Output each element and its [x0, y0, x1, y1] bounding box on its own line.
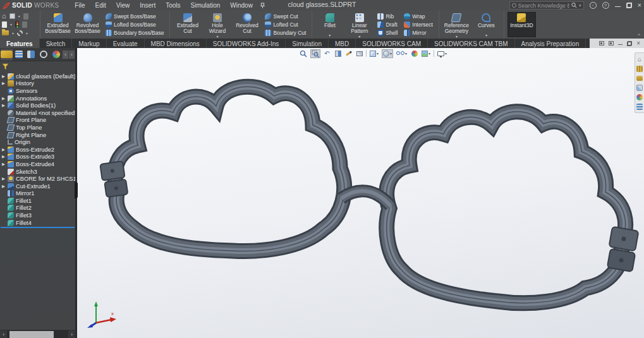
ribbon-tab[interactable]: SOLIDWORKS CAM TBM: [428, 39, 515, 48]
displaymanager-icon[interactable]: [50, 49, 62, 61]
tile-icon[interactable]: [609, 41, 614, 45]
apply-scene-icon[interactable]: ▾: [421, 49, 431, 58]
revolved-cut-button[interactable]: Revolved Cut: [233, 12, 261, 37]
design-library-icon[interactable]: [636, 65, 643, 72]
ribbon-tab[interactable]: MBD Dimensions: [145, 39, 207, 48]
view-settings-icon[interactable]: ▾: [437, 49, 447, 58]
ribbon-tab[interactable]: Simulation: [286, 39, 329, 48]
minimize-icon[interactable]: [615, 3, 621, 8]
menu-item[interactable]: Simulation: [186, 1, 225, 9]
ribbon-tab[interactable]: Sketch: [40, 39, 73, 48]
minimize-icon[interactable]: [618, 42, 623, 45]
scroll-left-icon[interactable]: ‹: [63, 51, 68, 59]
propertymanager-icon[interactable]: [13, 49, 25, 61]
edit-appearance-icon[interactable]: [410, 49, 418, 58]
zoom-to-area-icon[interactable]: [310, 49, 320, 58]
hide-show-items-icon[interactable]: ▾: [396, 49, 408, 58]
pin-icon[interactable]: [260, 3, 265, 9]
close-icon[interactable]: ×: [638, 3, 641, 8]
rebuild-icon[interactable]: [15, 21, 19, 28]
dynamic-annotation-icon[interactable]: [344, 49, 353, 58]
tree-item[interactable]: ▶ Mirror1: [0, 190, 75, 198]
scrollbar-thumb[interactable]: [9, 331, 54, 338]
expand-icon[interactable]: ▶: [2, 154, 6, 159]
options-icon[interactable]: [17, 30, 23, 36]
solidworks-resources-icon[interactable]: ⌂: [636, 56, 643, 63]
menu-item[interactable]: File: [70, 1, 89, 9]
scroll-left-icon[interactable]: ‹: [0, 332, 7, 337]
menu-item[interactable]: View: [112, 1, 135, 9]
menu-item[interactable]: Window: [226, 1, 257, 9]
tree-item[interactable]: ▶ Material <not specified>: [0, 109, 75, 117]
home-icon[interactable]: ⌂: [2, 13, 6, 20]
swept-cut-button[interactable]: Swept Cut: [264, 13, 307, 20]
ribbon-tab[interactable]: SOLIDWORKS CAM: [356, 39, 428, 48]
panel-splitter[interactable]: [75, 48, 77, 338]
ribbon-tab[interactable]: Features: [0, 39, 40, 48]
instant3d-button[interactable]: Instant3D: [507, 12, 536, 37]
chevron-down-icon[interactable]: ▾: [579, 3, 581, 8]
boundary-cut-button[interactable]: Boundary Cut: [264, 29, 307, 37]
tree-item[interactable]: ▶ Origin: [0, 138, 75, 146]
chevron-down-icon[interactable]: ▾: [216, 34, 218, 39]
save-icon[interactable]: [9, 13, 15, 19]
tree-item[interactable]: ▶ Fillet2: [0, 205, 75, 212]
expand-icon[interactable]: ▶: [2, 162, 6, 167]
chevron-down-icon[interactable]: ▾: [12, 31, 14, 35]
expand-icon[interactable]: ▶: [2, 184, 6, 189]
boundary-boss-base-button[interactable]: Boundary Boss/Base: [104, 29, 165, 37]
shell-button[interactable]: Shell: [376, 29, 399, 37]
tree-item[interactable]: ▶ Boss-Extrude2: [0, 146, 75, 154]
ribbon-tab[interactable]: Evaluate: [107, 39, 145, 48]
tree-item[interactable]: ▶ Top Plane: [0, 124, 75, 131]
tree-item[interactable]: ▶ Fillet1: [0, 197, 75, 205]
chevron-down-icon[interactable]: ▾: [485, 33, 487, 37]
expand-icon[interactable]: ▶: [2, 81, 6, 86]
ribbon-tab[interactable]: Markup: [72, 39, 106, 48]
close-icon[interactable]: ×: [636, 41, 640, 46]
tree-filter[interactable]: [0, 61, 75, 72]
tree-item[interactable]: ▶ Sketch3: [0, 168, 75, 176]
zoom-to-fit-icon[interactable]: [299, 49, 308, 58]
expand-icon[interactable]: ▶: [2, 147, 6, 152]
restore-icon[interactable]: [626, 3, 632, 8]
chevron-down-icon[interactable]: ▾: [10, 22, 12, 27]
chevron-down-icon[interactable]: ▾: [329, 33, 331, 37]
expand-icon[interactable]: ▶: [2, 96, 6, 101]
mirror-button[interactable]: Mirror: [403, 29, 434, 37]
chevron-down-icon[interactable]: ▾: [26, 31, 28, 35]
ribbon-tab[interactable]: SOLIDWORKS Add-Ins: [207, 39, 286, 48]
configurationmanager-icon[interactable]: [25, 49, 37, 61]
tree-item[interactable]: ▶ Fillet4: [0, 219, 75, 227]
open-document-icon[interactable]: [2, 30, 9, 35]
wrap-button[interactable]: Wrap: [403, 13, 434, 20]
revolved-boss-base-button[interactable]: Revolved Boss/Base: [73, 12, 102, 37]
featuremanager-tree-icon[interactable]: [1, 49, 13, 61]
scrollbar-track[interactable]: [7, 330, 68, 338]
chevron-down-icon[interactable]: ▾: [358, 34, 360, 39]
previous-view-icon[interactable]: ↶: [323, 49, 331, 58]
restore-icon[interactable]: [627, 41, 632, 46]
tree-item[interactable]: ▶ Sensors: [0, 87, 75, 95]
menu-item[interactable]: Edit: [90, 1, 110, 9]
tree-item[interactable]: ▶ History: [0, 80, 75, 88]
tree-item[interactable]: ▶ Right Plane: [0, 131, 75, 139]
extruded-boss-base-button[interactable]: Extruded Boss/Base: [44, 12, 72, 37]
view-orientation-icon[interactable]: ▾: [369, 49, 379, 58]
linear-pattern-button[interactable]: Linear Pattern ▾: [345, 12, 374, 37]
search-knowledge-base[interactable]: ▾: [509, 1, 584, 9]
expand-icon[interactable]: ▶: [2, 74, 6, 79]
reference-geometry-button[interactable]: Reference Geometry ▾: [442, 12, 471, 37]
appearances-scenes-icon[interactable]: [636, 94, 643, 100]
tree-item[interactable]: ▶ Fillet3: [0, 212, 75, 219]
tree-item[interactable]: ▶ Front Plane: [0, 117, 75, 124]
scroll-right-icon[interactable]: ›: [68, 332, 75, 337]
cloud-glasses-model[interactable]: [0, 48, 644, 338]
panel-horizontal-scrollbar[interactable]: ‹ ›: [0, 330, 75, 338]
tree-item[interactable]: ▶ Cut-Extrude1: [0, 183, 75, 190]
tree-item[interactable]: ▶ Boss-Extrude4: [0, 160, 75, 168]
3d-drawing-view-icon[interactable]: [355, 49, 363, 58]
tree-item[interactable]: ▶ Annotations: [0, 95, 75, 102]
display-style-icon[interactable]: ▾: [382, 49, 393, 58]
draft-button[interactable]: Draft: [376, 21, 399, 28]
